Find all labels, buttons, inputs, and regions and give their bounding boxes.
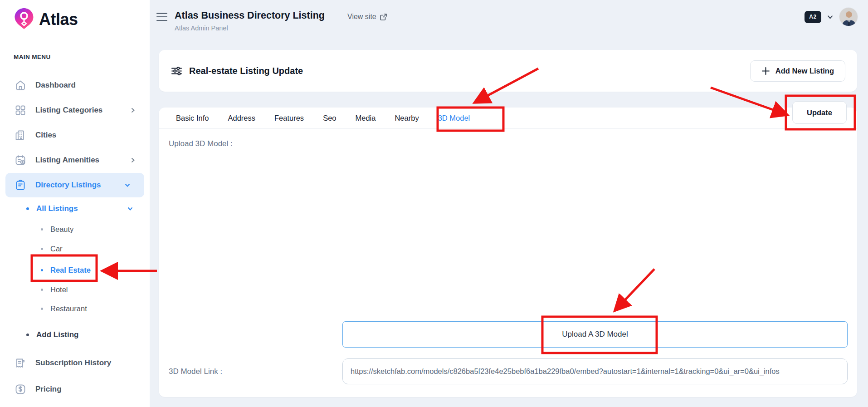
sidebar: Atlas MAIN MENU Dashboard Listing Catego…	[0, 0, 150, 407]
home-icon	[15, 79, 26, 91]
sidebar-section-label: MAIN MENU	[14, 54, 51, 60]
listing-form-card: Basic Info Address Features Seo Media Ne…	[159, 108, 857, 397]
sliders-icon	[171, 65, 183, 77]
bullet-icon	[41, 248, 43, 250]
tab-bar: Basic Info Address Features Seo Media Ne…	[159, 108, 857, 129]
chevron-down-icon[interactable]	[827, 14, 834, 20]
sidebar-item-restaurant[interactable]: Restaurant	[0, 299, 150, 318]
card-title: Real-estate Listing Update	[189, 66, 303, 76]
plus-icon	[761, 67, 770, 75]
model-link-input[interactable]	[342, 358, 848, 384]
sidebar-item-listing-amenities[interactable]: Listing Amenities	[0, 148, 150, 172]
sidebar-item-label: Restaurant	[50, 304, 87, 313]
header-actions: A2	[805, 7, 858, 26]
add-new-listing-button[interactable]: Add New Listing	[750, 60, 845, 82]
update-button[interactable]: Update	[792, 101, 847, 124]
view-site-label: View site	[347, 13, 376, 21]
tab-nearby[interactable]: Nearby	[395, 114, 419, 123]
chevron-down-icon	[127, 206, 133, 212]
sidebar-item-label: All Listings	[36, 204, 78, 213]
upload-3d-model-button-label: Upload A 3D Model	[562, 330, 628, 339]
tab-basic-info[interactable]: Basic Info	[176, 114, 209, 123]
sidebar-item-label: Pricing	[35, 385, 62, 394]
menu-toggle-icon[interactable]	[156, 13, 167, 21]
sidebar-item-all-listings[interactable]: All Listings	[0, 199, 150, 219]
bullet-icon	[41, 269, 43, 271]
sidebar-item-label: Directory Listings	[35, 181, 101, 190]
tab-3d-model[interactable]: 3D Model	[438, 114, 470, 123]
location-pin-icon	[14, 7, 34, 32]
upload-3d-model-button[interactable]: Upload A 3D Model	[342, 321, 848, 348]
chevron-right-icon	[130, 107, 136, 113]
sidebar-item-label: Beauty	[50, 225, 73, 234]
amenities-icon	[15, 154, 26, 166]
page-title: Atlas Business Directory Listing	[175, 10, 325, 21]
tab-features[interactable]: Features	[274, 114, 304, 123]
sidebar-item-hotel[interactable]: Hotel	[0, 280, 150, 299]
external-link-icon	[380, 13, 387, 21]
model-link-label: 3D Model Link :	[169, 367, 222, 376]
sidebar-item-add-listing[interactable]: Add Listing	[0, 325, 150, 345]
bullet-icon	[26, 207, 29, 210]
bullet-icon	[26, 333, 29, 336]
sidebar-item-beauty[interactable]: Beauty	[0, 220, 150, 239]
brand-logo[interactable]: Atlas	[14, 7, 78, 32]
view-site-link[interactable]: View site	[347, 13, 387, 21]
dollar-icon	[15, 383, 26, 395]
sidebar-item-label: Listing Categories	[35, 106, 102, 115]
sidebar-item-label: Add Listing	[36, 330, 78, 339]
bullet-icon	[41, 289, 43, 291]
sidebar-item-dashboard[interactable]: Dashboard	[0, 73, 150, 98]
sidebar-item-pricing[interactable]: Pricing	[0, 377, 150, 402]
add-new-listing-label: Add New Listing	[775, 67, 834, 75]
language-icon[interactable]: A2	[805, 11, 821, 23]
sidebar-item-directory-listings[interactable]: Directory Listings	[5, 173, 144, 197]
sidebar-item-label: Cities	[35, 131, 56, 140]
tab-seo[interactable]: Seo	[323, 114, 336, 123]
sidebar-item-label: Dashboard	[35, 81, 76, 90]
sidebar-item-label: Hotel	[50, 285, 68, 294]
sidebar-item-real-estate[interactable]: Real Estate	[0, 260, 150, 280]
chevron-right-icon	[130, 157, 136, 163]
avatar[interactable]	[839, 7, 858, 26]
listing-update-card: Real-estate Listing Update Add New Listi…	[159, 50, 857, 92]
bullet-icon	[41, 228, 43, 230]
sidebar-item-label: Subscription History	[35, 358, 111, 368]
building-icon	[15, 129, 26, 141]
sidebar-item-cities[interactable]: Cities	[0, 123, 150, 147]
grid-icon	[15, 104, 26, 116]
update-button-label: Update	[807, 108, 832, 117]
clipboard-icon	[15, 179, 26, 191]
tab-media[interactable]: Media	[355, 114, 375, 123]
receipt-icon	[15, 357, 26, 369]
tab-address[interactable]: Address	[228, 114, 255, 123]
sidebar-item-label: Car	[50, 245, 63, 253]
chevron-down-icon	[124, 182, 131, 188]
sidebar-item-label: Listing Amenities	[35, 156, 99, 165]
sidebar-item-car[interactable]: Car	[0, 239, 150, 258]
upload-3d-model-label: Upload 3D Model :	[169, 139, 233, 148]
page-header: Atlas Business Directory Listing Atlas A…	[175, 10, 325, 32]
page-subtitle: Atlas Admin Panel	[175, 25, 325, 32]
sidebar-item-listing-categories[interactable]: Listing Categories	[0, 98, 150, 123]
sidebar-item-label: Real Estate	[50, 266, 91, 275]
bullet-icon	[41, 308, 43, 310]
sidebar-item-subscription-history[interactable]: Subscription History	[0, 351, 150, 375]
brand-name: Atlas	[39, 10, 78, 29]
